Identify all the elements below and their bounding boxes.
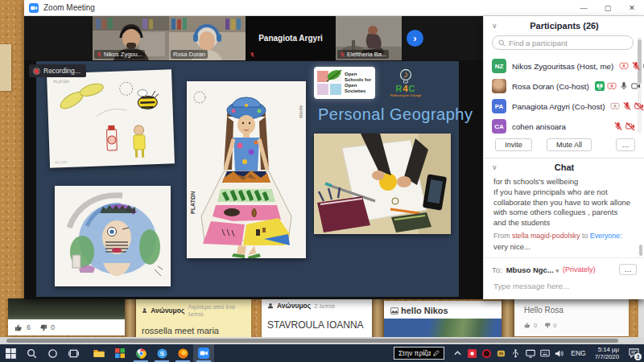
mic-muted-icon (622, 101, 632, 111)
chrome-button[interactable] (130, 344, 151, 362)
participant-row-rosa[interactable]: Rosa Doran (Co-host) (484, 76, 638, 96)
participant-name: Panagiota Argyri (Co-host) (512, 102, 605, 111)
video-tile-panagiota[interactable]: Panagiota Argyri (246, 16, 336, 60)
skype-icon: S (157, 348, 167, 359)
file-explorer-button[interactable] (89, 344, 109, 362)
skype-button[interactable]: S (151, 344, 172, 362)
firefox-button[interactable] (172, 344, 193, 362)
thumb-down-icon[interactable] (39, 323, 47, 332)
windows-taskbar: S Στην πρίζα (0, 344, 644, 362)
keyboard-tray-icon[interactable] (539, 347, 551, 360)
app-tray-icon[interactable] (495, 347, 507, 360)
recording-indicator: Recording... (29, 64, 86, 77)
zoom-app-icon (198, 348, 209, 359)
drawing-watercolor-face (55, 186, 171, 286)
participant-search[interactable] (492, 35, 634, 50)
clock-date: 7/7/2020 (595, 353, 619, 360)
chat-more-button[interactable]: … (619, 264, 637, 275)
zoom-app-button[interactable] (193, 344, 214, 362)
video-name-label: Rosa Doran (171, 50, 208, 59)
avatar: NZ (492, 59, 506, 73)
participant-name: Rosa Doran (Co-host) (512, 82, 589, 91)
chevron-down-icon: ▾ (555, 268, 559, 274)
video-tile-eleftheria[interactable]: Eléftheria Ba... (336, 16, 402, 60)
mute-all-button[interactable]: Mute All (547, 138, 592, 151)
padlet-vote-bar[interactable]: 6 0 (8, 319, 125, 335)
drawing-bee-leaves: PLATΩN (47, 69, 175, 167)
padlet-post-video[interactable]: 6 0 (8, 298, 125, 335)
cork-frame-divider (372, 294, 384, 343)
vote-up-count: 0 (534, 322, 537, 329)
thumb-up-icon[interactable] (14, 323, 23, 332)
padlet-note-rosa[interactable]: Hello Rosa 0 0 (514, 299, 629, 336)
vote-down-count: 0 (553, 322, 556, 329)
search-icon (498, 39, 506, 47)
presentation-slide: PLATΩN (36, 61, 459, 297)
zoom-app-icon (29, 3, 39, 13)
chat-message-meta: From stella magid-podolsky to Everyone: (493, 232, 635, 240)
video-thumbnail-strip: Nikos Zygou... (24, 16, 483, 60)
thumb-down-icon[interactable] (543, 322, 551, 329)
svg-text:ΑΘΗΝΑ: ΑΘΗΝΑ (299, 105, 303, 118)
participant-row-panagiota[interactable]: PA Panagiota Argyri (Co-host) (484, 97, 638, 116)
video-tile-rosa[interactable]: Rosa Doran (169, 16, 246, 60)
task-view-button[interactable] (63, 344, 84, 362)
video-tile-nikos[interactable]: Nikos Zygou... (93, 16, 169, 60)
action-center-button[interactable]: 3 (625, 344, 642, 362)
to-label: To: (492, 265, 502, 274)
recording-indicator-icon (607, 81, 617, 91)
note-text: Hello Rosa (514, 299, 629, 315)
drawing-platon-text: PLATΩN (190, 191, 196, 214)
participant-row-cohen[interactable]: CA cohen anisoara (484, 117, 638, 136)
zoom-recording-tray-icon[interactable] (466, 347, 478, 360)
minimize-button[interactable]: — (572, 0, 596, 16)
cork-frame-divider (502, 294, 514, 343)
task-view-icon (68, 348, 79, 359)
lightbulb-icon (398, 68, 414, 84)
vertical-scrollbar[interactable] (638, 299, 644, 337)
show-hidden-icons-button[interactable] (452, 347, 464, 360)
start-button[interactable] (0, 344, 21, 362)
invite-button[interactable]: Invite (495, 138, 532, 151)
chat-message: very nice... (493, 242, 632, 253)
chat-recipient-link: Everyone: (590, 232, 622, 240)
participants-more-button[interactable]: … (616, 138, 635, 151)
search-input[interactable] (509, 39, 621, 47)
video-name-label (247, 51, 258, 59)
close-button[interactable]: ✕ (620, 0, 644, 16)
osos-logo: Open Schools for Open Societies (314, 67, 375, 99)
map-thumbnail-icon (390, 307, 398, 315)
chat-compose-header: To: Mbuso Ngc... ▾ (Privately) … (492, 262, 637, 277)
thumb-up-icon[interactable] (524, 322, 531, 329)
chat-message-input[interactable] (493, 282, 630, 290)
shared-screen-area: Recording... PLATΩN (24, 60, 483, 299)
language-indicator[interactable]: ENG (571, 349, 585, 357)
note-author: Ανώνυμος (151, 306, 184, 315)
slide-title: Personal Geography (318, 105, 459, 124)
display-tray-icon[interactable] (524, 347, 536, 360)
taskbar-clock[interactable]: 5:14 μμ 7/7/2020 (595, 346, 619, 360)
drawing-girl-map-dress: PLATΩN ΑΘΗΝΑ (187, 81, 306, 258)
chrome-icon (136, 348, 147, 359)
cortana-button[interactable] (42, 344, 63, 362)
taskbar-search-button[interactable] (21, 344, 42, 362)
chevron-up-icon (454, 351, 461, 356)
panel-divider (484, 158, 644, 158)
chat-scrollbar-thumb[interactable] (639, 245, 642, 256)
recipient-dropdown[interactable]: Mbuso Ngc... ▾ (506, 265, 559, 274)
next-videos-arrow-button[interactable]: › (407, 30, 423, 47)
horizontal-scrollbar-thumb[interactable] (6, 339, 618, 343)
maximize-button[interactable]: ▢ (596, 0, 620, 16)
osos-logo-text: Open Schools for Open Societies (345, 72, 372, 94)
chat-sender-link: stella magid-podolsky (512, 232, 580, 240)
mic-muted-icon (613, 121, 623, 131)
mic-muted-icon (250, 51, 255, 58)
opera-tray-icon[interactable] (481, 347, 493, 360)
participant-row-nikos[interactable]: NZ Nikos Zygouritsas (Host, me) (484, 56, 638, 76)
search-icon (27, 348, 37, 359)
volume-tray-icon[interactable] (553, 347, 565, 360)
vote-up-count: 6 (27, 323, 31, 331)
microsoft-store-button[interactable] (109, 344, 130, 362)
panel-divider (484, 257, 644, 258)
usb-tray-icon[interactable] (510, 347, 522, 360)
